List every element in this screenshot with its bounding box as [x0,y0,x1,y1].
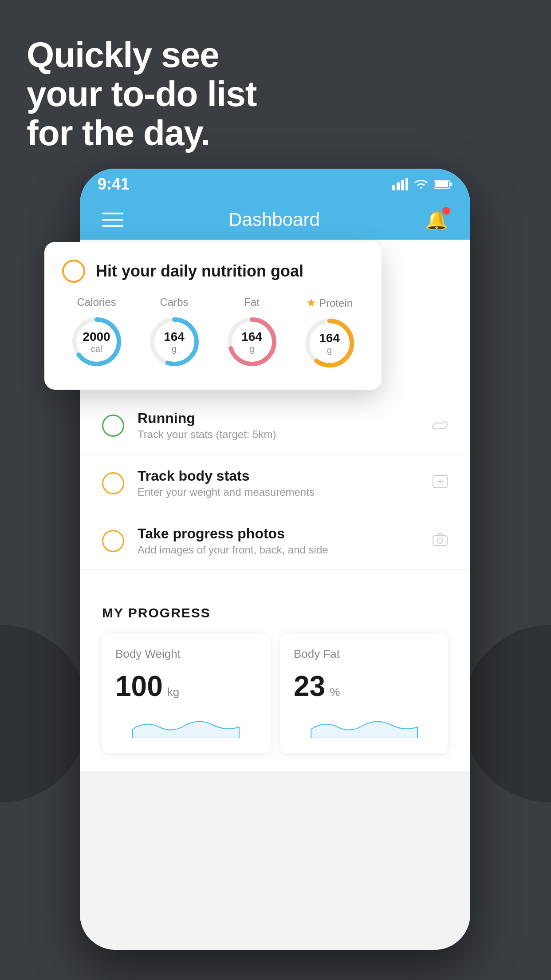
donut-center: 2000 cal [83,330,110,354]
todo-item[interactable]: Track body stats Enter your weight and m… [80,454,470,512]
macro-label: ★Protein [306,296,353,310]
wave-chart [115,711,256,738]
macro-unit: g [327,345,332,355]
signal-icon [392,178,408,190]
svg-point-11 [437,538,443,543]
prog-value-row: 23 % [294,670,435,703]
svg-rect-5 [450,182,452,186]
headline: Quickly see your to-do list for the day. [27,36,256,153]
todo-icon [431,416,448,435]
donut-chart: 164 g [301,314,358,372]
macro-item: Carbs 164 g [146,296,203,372]
todo-item[interactable]: Take progress photos Add images of your … [80,512,470,570]
bell-icon[interactable]: 🔔 [425,209,448,231]
progress-card: Body Fat 23 % [280,634,448,753]
svg-rect-1 [397,182,400,190]
notification-dot [442,207,450,215]
nutrition-check-circle [62,260,85,283]
star-icon: ★ [306,296,316,310]
progress-card: Body Weight 100 kg [102,634,270,753]
macro-item: Fat 164 g [223,296,281,372]
prog-unit: % [330,685,340,699]
donut-center: 164 g [241,330,262,354]
todo-sublabel: Enter your weight and measurements [138,486,419,498]
nav-title: Dashboard [228,209,319,230]
prog-value-row: 100 kg [115,670,256,703]
progress-header: MY PROGRESS [102,605,448,620]
todo-item[interactable]: Running Track your stats (target: 5km) [80,397,470,454]
todo-sublabel: Add images of your front, back, and side [138,544,419,556]
macro-label: Fat [244,296,260,308]
todo-text: Running Track your stats (target: 5km) [138,410,418,441]
progress-section: MY PROGRESS Body Weight 100 kg Body Fat … [80,588,470,771]
headline-line3: for the day. [27,113,210,153]
todo-icon [432,474,448,493]
todo-label: Take progress photos [138,526,419,542]
todo-circle [102,530,124,552]
wave-chart [294,711,435,738]
svg-rect-10 [433,536,447,545]
donut-chart: 164 g [223,313,281,371]
macros-row: Calories 2000 cal Carbs 164 g Fat [62,296,364,372]
macro-value: 2000 [83,330,110,344]
progress-cards: Body Weight 100 kg Body Fat 23 % [102,634,448,753]
prog-label: Body Fat [294,647,435,661]
macro-value: 164 [319,331,340,345]
todo-text: Take progress photos Add images of your … [138,526,419,556]
todo-list: Running Track your stats (target: 5km) T… [80,397,470,570]
headline-line2: your to-do list [27,74,256,114]
headline-line1: Quickly see [27,35,219,75]
todo-text: Track body stats Enter your weight and m… [138,468,419,498]
macro-label: Carbs [160,296,188,308]
nutrition-card-title: Hit your daily nutrition goal [96,262,303,281]
donut-center: 164 g [319,331,340,356]
macro-value: 164 [241,330,262,344]
status-time: 9:41 [98,175,130,194]
todo-label: Running [138,410,418,427]
status-icons [392,178,453,190]
macro-item: Calories 2000 cal [68,296,126,372]
battery-icon [434,179,453,189]
hamburger-menu[interactable] [102,213,123,227]
svg-rect-3 [405,178,408,190]
donut-chart: 2000 cal [68,313,126,371]
nutrition-card: Hit your daily nutrition goal Calories 2… [44,242,382,390]
todo-icon [432,532,448,550]
macro-unit: g [172,344,177,354]
prog-unit: kg [167,685,179,699]
prog-value: 23 [294,670,325,703]
macro-label: Calories [77,296,116,308]
todo-circle [102,472,124,494]
donut-center: 164 g [164,330,185,354]
status-bar: 9:41 [80,169,470,200]
todo-label: Track body stats [138,468,419,484]
macro-item: ★Protein 164 g [301,296,358,372]
macro-value: 164 [164,330,185,344]
svg-rect-2 [401,180,404,190]
svg-rect-6 [435,181,448,187]
prog-label: Body Weight [115,647,256,661]
todo-sublabel: Track your stats (target: 5km) [138,428,418,441]
macro-unit: g [249,344,254,354]
svg-rect-0 [392,185,395,190]
macro-unit: cal [91,344,102,354]
nav-bar: Dashboard 🔔 [80,200,470,240]
prog-value: 100 [115,670,163,703]
todo-circle [102,415,124,437]
wifi-icon [413,178,429,190]
donut-chart: 164 g [146,313,203,371]
